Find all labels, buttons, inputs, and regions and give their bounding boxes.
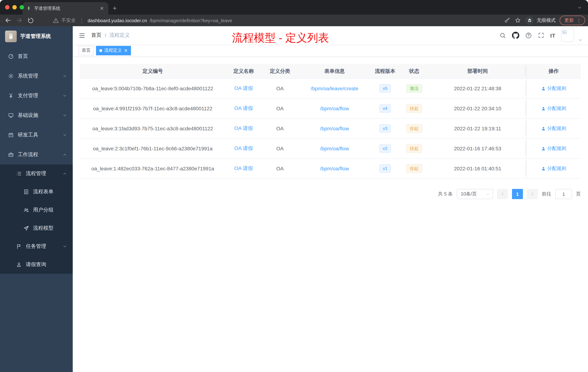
sidebar-item-devtools[interactable]: 研发工具 xyxy=(0,125,73,145)
forward-button[interactable] xyxy=(14,15,24,25)
user-icon xyxy=(541,106,546,111)
cell-form-link[interactable]: /bpm/oa/flow xyxy=(298,146,371,152)
chevron-up-icon xyxy=(63,171,67,176)
omnibox[interactable]: 不安全 dashboard.yudao.iocoder.cn/bpm/manag… xyxy=(53,17,232,24)
chevron-down-icon xyxy=(63,133,67,137)
prev-page-button[interactable] xyxy=(497,189,508,199)
tab-search-chevron-icon[interactable] xyxy=(577,5,582,10)
sidebar-item-home[interactable]: 首页 xyxy=(0,47,73,66)
tag-process-definition[interactable]: 流程定义 ✕ xyxy=(96,46,131,55)
tab-title: 芋道管理系统 xyxy=(34,5,96,11)
sidebar-item-payment[interactable]: 支付管理 xyxy=(0,86,73,106)
assign-rule-link[interactable]: 分配规则 xyxy=(541,145,566,152)
user-avatar[interactable] xyxy=(561,29,574,42)
reload-button[interactable] xyxy=(25,15,36,25)
cell-form-link[interactable]: /bpm/oa/flow xyxy=(298,106,371,111)
cell-definition-id: oa_leave:3:1fad3d93-7b75-11ec-a3c8-acde4… xyxy=(80,126,225,131)
zoom-window-button[interactable] xyxy=(20,5,24,10)
sidebar-item-leave-query[interactable]: 请假查询 xyxy=(0,255,73,274)
yen-icon xyxy=(8,93,14,99)
tab-favicon-icon xyxy=(26,6,31,11)
back-button[interactable] xyxy=(3,15,13,25)
tag-home[interactable]: 首页 xyxy=(79,46,94,55)
next-page-button[interactable] xyxy=(527,189,538,199)
cell-form-link[interactable]: /bpm/oa/flow xyxy=(298,126,371,131)
assign-rule-link[interactable]: 分配规则 xyxy=(541,85,566,92)
font-size-icon[interactable]: tT xyxy=(550,32,555,38)
tag-label: 流程定义 xyxy=(104,47,122,54)
sidebar-item-label: 流程模型 xyxy=(33,225,53,231)
new-tab-button[interactable]: + xyxy=(113,5,117,12)
cell-form-link[interactable]: /bpm/oa/leave/create xyxy=(298,86,371,91)
sidebar-item-process-management[interactable]: 流程管理 xyxy=(0,164,73,183)
goto-page-input[interactable] xyxy=(555,189,572,199)
version-badge: v4 xyxy=(379,104,391,113)
cell-deploy-time: 2022-01-22 21:48:38 xyxy=(429,86,526,91)
browser-menu-icon[interactable]: ⋮ xyxy=(576,18,581,23)
cell-actions: 分配规则 xyxy=(526,139,581,158)
assign-rule-link[interactable]: 分配规则 xyxy=(541,125,566,132)
help-icon[interactable] xyxy=(525,32,532,39)
cell-deploy-time: 2022-01-16 17:46:53 xyxy=(429,146,526,152)
chevron-down-icon xyxy=(63,244,67,249)
assign-rule-label: 分配规则 xyxy=(547,85,566,92)
version-badge: v3 xyxy=(379,124,391,133)
cell-definition-name-link[interactable]: OA 请假 xyxy=(225,165,262,172)
sidebar-item-process-form[interactable]: 流程表单 xyxy=(0,183,73,201)
chevron-down-icon xyxy=(63,113,67,118)
search-icon[interactable] xyxy=(499,32,506,39)
assign-rule-link[interactable]: 分配规则 xyxy=(541,105,566,112)
page-number-button[interactable]: 1 xyxy=(512,189,523,199)
dashboard-icon xyxy=(8,54,14,59)
fullscreen-icon[interactable] xyxy=(538,32,544,39)
app-frame: 芋道管理系统 首页 系统管理 支付管理 基础设施 xyxy=(0,26,588,372)
caret-down-icon[interactable] xyxy=(578,38,582,42)
active-dot xyxy=(99,49,102,52)
table-row: oa_leave:3:1fad3d93-7b75-11ec-a3c8-acde4… xyxy=(80,119,581,139)
table-body: oa_leave:5:004b710b-7b8a-11ec-8ef0-acde4… xyxy=(80,79,581,179)
cell-form-link[interactable]: /bpm/oa/flow xyxy=(298,166,371,171)
sidebar-item-task-management[interactable]: 任务管理 xyxy=(0,237,73,255)
cell-definition-name-link[interactable]: OA 请假 xyxy=(225,125,262,132)
tab-close-icon[interactable]: ✕ xyxy=(99,6,105,11)
sidebar-item-label: 首页 xyxy=(18,53,28,60)
cell-definition-name-link[interactable]: OA 请假 xyxy=(225,85,262,92)
person-icon xyxy=(16,262,22,268)
password-key-icon[interactable] xyxy=(504,17,511,24)
sidebar-item-user-group[interactable]: 用户分组 xyxy=(0,201,73,219)
github-icon[interactable] xyxy=(512,32,519,39)
cell-deploy-time: 2022-01-22 20:34:10 xyxy=(429,106,526,111)
sidebar-item-process-model[interactable]: 流程模型 xyxy=(0,219,73,237)
bookmark-star-icon[interactable] xyxy=(514,17,521,24)
sidebar-item-workflow[interactable]: 工作流程 xyxy=(0,145,73,164)
sidebar-item-system[interactable]: 系统管理 xyxy=(0,66,73,86)
browser-tab[interactable]: 芋道管理系统 ✕ xyxy=(22,2,108,15)
sidebar-item-infrastructure[interactable]: 基础设施 xyxy=(0,106,73,125)
cell-category: OA xyxy=(262,166,298,171)
tag-close-icon[interactable]: ✕ xyxy=(124,48,128,53)
breadcrumb: 首页 / 流程定义 xyxy=(91,32,130,39)
cell-definition-name-link[interactable]: OA 请假 xyxy=(225,145,262,152)
close-window-button[interactable] xyxy=(5,5,10,10)
col-header-deploy-time: 部署时间 xyxy=(429,68,526,75)
reload-icon xyxy=(27,17,34,24)
cell-status: 激活 xyxy=(399,84,429,93)
breadcrumb-home[interactable]: 首页 xyxy=(91,32,101,39)
toolbox-icon xyxy=(8,132,14,138)
cell-actions: 分配规则 xyxy=(526,79,581,98)
user-icon xyxy=(541,126,546,131)
page-size-select[interactable]: 10条/页 xyxy=(457,189,493,199)
cell-definition-name-link[interactable]: OA 请假 xyxy=(225,105,262,112)
pagination-bar: 共 5 条 10条/页 1 前往 页 xyxy=(80,189,581,199)
browser-update-button[interactable]: 更新 ⋮ xyxy=(560,16,585,25)
collapse-sidebar-icon[interactable] xyxy=(79,32,85,39)
security-label[interactable]: 不安全 xyxy=(62,17,76,24)
minimize-window-button[interactable] xyxy=(12,5,17,10)
assign-rule-link[interactable]: 分配规则 xyxy=(541,165,566,172)
incognito-badge: 无痕模式 xyxy=(525,16,556,25)
cell-version: v1 xyxy=(371,164,399,173)
sidebar-logo[interactable]: 芋道管理系统 xyxy=(0,26,73,47)
cell-actions: 分配规则 xyxy=(526,159,581,178)
sidebar-item-label: 研发工具 xyxy=(18,132,38,138)
url-path: /bpm/manager/definition?key=oa_leave xyxy=(150,18,232,23)
